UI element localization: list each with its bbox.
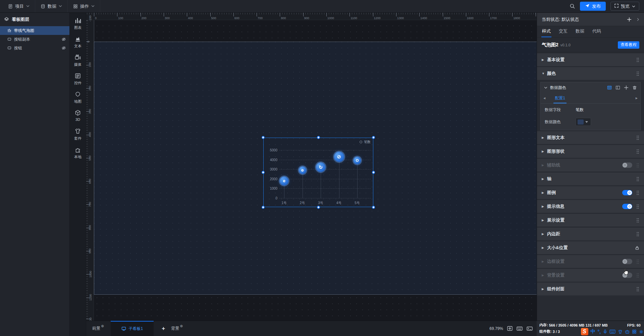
kebab-menu-icon[interactable]: [636, 163, 639, 168]
kebab-menu-icon[interactable]: [636, 57, 639, 62]
add-state-icon[interactable]: [627, 17, 632, 22]
toolbox-item-控件[interactable]: 控件: [70, 71, 86, 89]
resize-handle-e[interactable]: [372, 171, 375, 174]
ime-chinese-mode-icon[interactable]: 中: [591, 329, 595, 335]
kebab-menu-icon[interactable]: [636, 218, 639, 223]
kebab-menu-icon[interactable]: [636, 71, 639, 76]
kebab-menu-icon[interactable]: [636, 287, 639, 292]
section-轴[interactable]: ▶轴: [537, 173, 644, 185]
section-大小&位置[interactable]: ▶大小&位置: [537, 241, 644, 254]
circle-plus-icon[interactable]: ⊕: [101, 324, 104, 328]
toolbox-item-本地[interactable]: 本地: [70, 145, 86, 163]
tab-数据[interactable]: 数据: [576, 28, 584, 37]
kebab-menu-icon[interactable]: [636, 204, 639, 209]
layer-item-带线气泡图[interactable]: 带线气泡图: [0, 26, 69, 35]
data-bubble[interactable]: ⊘: [334, 152, 344, 162]
table-view-icon[interactable]: [607, 85, 612, 90]
canvas-area[interactable]: 0100200300400500600700800900100011001200…: [86, 13, 537, 321]
sogou-logo-icon[interactable]: S: [581, 328, 588, 335]
console-icon[interactable]: [527, 326, 533, 331]
fit-screen-icon[interactable]: [507, 326, 513, 331]
section-图例[interactable]: ▶图例: [537, 186, 644, 199]
ime-settings-icon[interactable]: [639, 330, 643, 334]
kebab-menu-icon[interactable]: [636, 135, 639, 140]
data-color-panel-header[interactable]: 数据颜色: [541, 82, 640, 93]
arrow-left-icon[interactable]: ◀: [543, 97, 545, 100]
config-tab[interactable]: 配置1: [555, 93, 565, 103]
delete-config-icon[interactable]: [632, 85, 637, 90]
ime-microphone-icon[interactable]: [603, 329, 607, 334]
data-bubble[interactable]: e: [280, 177, 288, 185]
toggle-off[interactable]: [622, 259, 632, 264]
resize-handle-w[interactable]: [262, 171, 265, 174]
toolbox-item-图表[interactable]: 图表: [70, 15, 86, 34]
resize-handle-nw[interactable]: [262, 136, 265, 139]
resize-handle-se[interactable]: [372, 206, 375, 209]
kebab-menu-icon[interactable]: [636, 259, 639, 264]
menu-data[interactable]: 数据: [35, 0, 68, 12]
tab-交互[interactable]: 交互: [559, 28, 568, 37]
toggle-off[interactable]: [622, 162, 632, 168]
layer-item-按钮[interactable]: 按钮: [0, 44, 69, 52]
toggle-on[interactable]: [622, 190, 632, 195]
section-图形文本[interactable]: ▶图形文本: [537, 131, 644, 144]
kebab-menu-icon[interactable]: [636, 177, 639, 182]
section-提示信息[interactable]: ▶提示信息: [537, 200, 644, 213]
ime-skin-icon[interactable]: [618, 330, 623, 334]
toolbox-item-媒体[interactable]: 媒体: [70, 52, 86, 71]
tab-代码[interactable]: 代码: [592, 28, 601, 37]
color-swatch-dropdown[interactable]: [576, 118, 591, 126]
eye-off-icon[interactable]: [61, 37, 66, 42]
publish-button[interactable]: 发布: [580, 2, 606, 11]
arrow-right-icon[interactable]: ▶: [636, 97, 638, 100]
bubble-chart-component[interactable]: 笔数 5000400030002000100001号2号3号4号5号e⊚↻⊘O: [263, 138, 373, 207]
add-config-icon[interactable]: [624, 85, 629, 90]
toolbox-item-文本[interactable]: 文本: [70, 34, 86, 52]
foreground-tab[interactable]: 前景 ⊕: [92, 326, 104, 331]
circle-plus-icon[interactable]: ⊕: [180, 324, 183, 328]
resize-handle-n[interactable]: [317, 136, 320, 139]
toolbox-item-地图[interactable]: 地图: [70, 89, 86, 108]
ime-toolbox-grid-icon[interactable]: [632, 329, 637, 334]
kebab-menu-icon[interactable]: [636, 190, 639, 195]
toggle-off[interactable]: [622, 273, 632, 278]
menu-project[interactable]: 项目: [3, 0, 35, 12]
layer-label: 带线气泡图: [14, 28, 34, 34]
add-board-button[interactable]: +: [158, 325, 168, 332]
section-内边距[interactable]: ▶内边距: [537, 228, 644, 240]
background-tab[interactable]: 背景 ⊕: [171, 326, 183, 331]
search-icon[interactable]: [570, 3, 575, 9]
kebab-menu-icon[interactable]: [636, 273, 639, 278]
section-边框设置[interactable]: ▶边框设置: [537, 255, 644, 268]
layer-item-按钮副本[interactable]: 按钮副本: [0, 35, 69, 44]
resize-handle-s[interactable]: [317, 206, 320, 209]
toolbox-item-3D[interactable]: 3D: [70, 108, 86, 126]
shortcut-keyboard-icon[interactable]: [517, 326, 523, 331]
subboard-tab-active[interactable]: 子看板1: [111, 321, 154, 336]
section-颜色[interactable]: ▼颜色: [537, 67, 644, 80]
resize-handle-ne[interactable]: [372, 136, 375, 139]
eye-off-icon[interactable]: [61, 46, 66, 50]
section-组件封面[interactable]: ▶组件封面: [537, 283, 644, 295]
ime-keyboard-icon[interactable]: [609, 329, 615, 334]
kebab-menu-icon[interactable]: [636, 149, 639, 154]
menu-operation[interactable]: 操作: [68, 0, 100, 12]
section-辅助线[interactable]: ▶辅助线: [537, 159, 644, 172]
section-背景设置[interactable]: ▶背景设置: [537, 269, 644, 282]
chevron-right-icon[interactable]: [637, 18, 639, 21]
data-bubble[interactable]: ⊚: [299, 166, 306, 174]
ime-assistant-icon[interactable]: [625, 330, 630, 334]
column-view-icon[interactable]: [615, 85, 620, 90]
kebab-menu-icon[interactable]: [636, 232, 639, 237]
toolbox-item-套件[interactable]: 套件: [70, 126, 86, 145]
tab-样式[interactable]: 样式: [542, 28, 551, 37]
section-基本设置[interactable]: ▶基本设置: [537, 53, 644, 66]
tutorial-button[interactable]: 查看教程: [618, 41, 639, 49]
preview-button[interactable]: 预览: [610, 2, 639, 11]
section-展示设置[interactable]: ▶展示设置: [537, 214, 644, 227]
ime-punctuation-icon[interactable]: °‚: [598, 329, 601, 334]
lock-icon[interactable]: [635, 246, 639, 250]
toggle-on[interactable]: [622, 204, 632, 209]
section-图形形状[interactable]: ▶图形形状: [537, 145, 644, 158]
resize-handle-sw[interactable]: [262, 206, 265, 209]
